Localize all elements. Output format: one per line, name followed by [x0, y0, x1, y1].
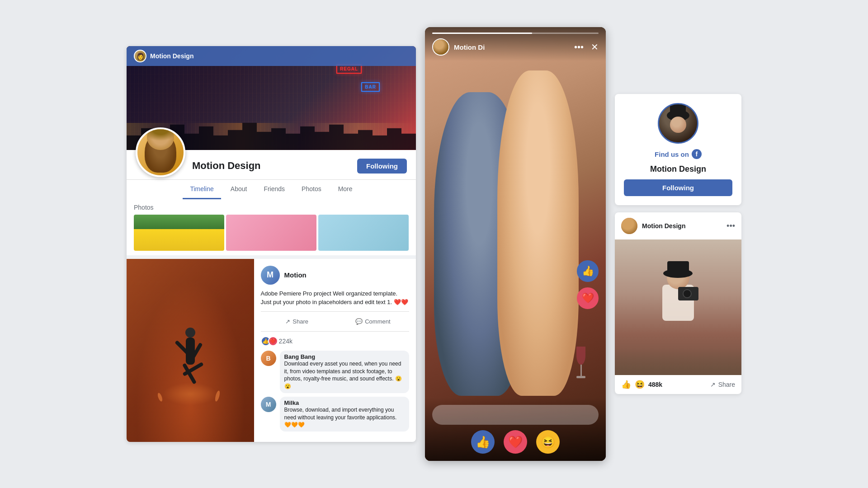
- comment-item-1: B Bang Bang Download every asset you nee…: [261, 351, 409, 393]
- story-video-bg: [425, 27, 606, 461]
- insta-share-label: Share: [718, 381, 735, 388]
- photo-thumb-2[interactable]: [226, 215, 316, 251]
- reaction-count: 224k: [279, 338, 292, 345]
- post-text: Adobe Pemiere Pro project Well organized…: [261, 289, 409, 307]
- find-us-page-name: Motion Design: [650, 164, 706, 174]
- top-bar-name: Motion Design: [150, 52, 193, 60]
- dancer-figure: [172, 319, 208, 387]
- find-us-avatar-inner: [659, 104, 697, 142]
- hat-crown-2: [667, 261, 689, 271]
- insta-post-footer: 👍 😆 488k ↗ Share: [615, 375, 741, 394]
- couple-image: [425, 27, 606, 461]
- photos-section: Photos: [127, 199, 416, 255]
- reaction-icons: 👍 ❤️: [261, 336, 275, 346]
- profile-display-name: Motion Design: [192, 160, 261, 172]
- find-us-text: Find us on: [655, 150, 689, 158]
- comment-text-2: Browse, download, and import everything …: [284, 406, 405, 429]
- nav-friends[interactable]: Friends: [256, 180, 292, 199]
- comment-label: Comment: [365, 318, 390, 325]
- nav-timeline[interactable]: Timeline: [183, 180, 221, 199]
- insta-reactions: 👍 😆 488k: [621, 380, 662, 389]
- nav-about[interactable]: About: [223, 180, 255, 199]
- story-bottom-love[interactable]: ❤️: [504, 430, 527, 454]
- story-header-info: Motion Di ••• ✕: [432, 38, 599, 56]
- avatar-hat-figure: [662, 108, 694, 139]
- nav-photos[interactable]: Photos: [294, 180, 329, 199]
- story-progress-bar: [432, 33, 599, 34]
- insta-share-icon: ↗: [710, 381, 716, 388]
- comment-icon: 💬: [355, 318, 363, 325]
- wine-glass: [574, 347, 588, 383]
- story-more-button[interactable]: •••: [574, 42, 584, 52]
- photo-thumb-1-inner: [134, 215, 224, 251]
- share-icon: ↗: [285, 318, 290, 325]
- following-button[interactable]: Following: [357, 159, 407, 174]
- find-us-avatar: [658, 103, 698, 144]
- comment-bubble-2: Milka Browse, download, and import every…: [280, 397, 409, 432]
- story-controls: ••• ✕: [574, 42, 599, 52]
- facebook-icon: f: [692, 149, 702, 159]
- nav-more[interactable]: More: [331, 180, 360, 199]
- share-button[interactable]: ↗ Share: [261, 315, 333, 328]
- insta-like-icon: 👍: [621, 380, 631, 389]
- insta-reaction-count: 488k: [648, 381, 662, 388]
- top-bar-avatar: 👩: [134, 50, 146, 62]
- post-actions: ↗ Share 💬 Comment: [261, 311, 409, 332]
- story-avatar-inner: [433, 39, 448, 55]
- post-content: M Motion Adobe Pemiere Pro project Well …: [254, 259, 416, 442]
- hat-crown: [670, 103, 686, 114]
- story-reply-input[interactable]: [432, 405, 599, 425]
- insta-post-image: [615, 239, 741, 375]
- find-us-widget: Find us on f Motion Design Following: [615, 94, 741, 205]
- profile-name-following: Motion Design Following: [185, 159, 407, 177]
- post-author-avatar: M: [261, 266, 280, 285]
- insta-more-icon[interactable]: •••: [726, 221, 735, 231]
- insta-author: Motion Design: [621, 218, 685, 234]
- story-bottom-haha[interactable]: 😆: [536, 430, 560, 454]
- wine-glass-bowl: [576, 347, 585, 365]
- story-panel: Motion Di ••• ✕ 👍 ❤️ 👍 ❤️ 😆: [425, 27, 606, 461]
- photographer-figure: [651, 267, 705, 339]
- post-author: M Motion: [261, 266, 409, 285]
- story-author-name: Motion Di: [454, 43, 485, 51]
- wine-glass-stem: [580, 365, 582, 376]
- profile-info-section: Motion Design Following Timeline About F…: [127, 127, 416, 199]
- profile-panel: REGAL BAR 👩 Motion Design Motion Design …: [127, 46, 416, 442]
- avatar-silhouette: [145, 132, 176, 173]
- comment-avatar-2: M: [261, 397, 276, 412]
- comment-text-1: Download every asset you need, when you …: [284, 360, 405, 390]
- insta-author-name: Motion Design: [642, 222, 685, 230]
- dancer-head: [185, 328, 195, 338]
- avatar-face: [670, 117, 686, 133]
- instagram-post-card: Motion Design •••: [615, 212, 741, 394]
- comment-button[interactable]: 💬 Comment: [337, 315, 409, 328]
- story-floating-reactions: 👍 ❤️: [577, 260, 599, 309]
- reactions-bar: 👍 ❤️ 224k: [261, 336, 409, 346]
- insta-haha-icon: 😆: [635, 380, 645, 389]
- right-panels: Find us on f Motion Design Following Mot…: [615, 94, 741, 394]
- comment-bubble-1: Bang Bang Download every asset you need,…: [280, 351, 409, 393]
- profile-top-bar: 👩 Motion Design: [127, 46, 416, 66]
- insta-avatar-inner: [621, 218, 637, 234]
- comment-name-1: Bang Bang: [284, 353, 405, 360]
- story-progress-fill: [432, 33, 532, 34]
- story-author: Motion Di: [432, 38, 485, 56]
- story-avatar: [432, 38, 449, 56]
- profile-avatar-section: Motion Design Following: [127, 127, 416, 177]
- story-love-btn[interactable]: ❤️: [577, 287, 599, 309]
- story-bottom-like[interactable]: 👍: [471, 430, 495, 454]
- neon-sign-blue: BAR: [361, 82, 380, 92]
- story-header: Motion Di ••• ✕: [425, 27, 606, 61]
- find-us-following-button[interactable]: Following: [624, 179, 732, 196]
- story-like-btn[interactable]: 👍: [577, 260, 599, 282]
- story-close-button[interactable]: ✕: [591, 42, 599, 52]
- photo-thumb-3[interactable]: [318, 215, 409, 251]
- wine-glass-base: [576, 376, 585, 378]
- comment-name-2: Milka: [284, 399, 405, 406]
- photo-thumb-1[interactable]: [134, 215, 224, 251]
- camera-lens: [683, 289, 692, 298]
- profile-nav: Timeline About Friends Photos More: [127, 179, 416, 199]
- story-bottom-bar: 👍 ❤️ 😆: [425, 398, 606, 461]
- insta-share-btn[interactable]: ↗ Share: [710, 381, 735, 388]
- love-icon: ❤️: [268, 336, 278, 346]
